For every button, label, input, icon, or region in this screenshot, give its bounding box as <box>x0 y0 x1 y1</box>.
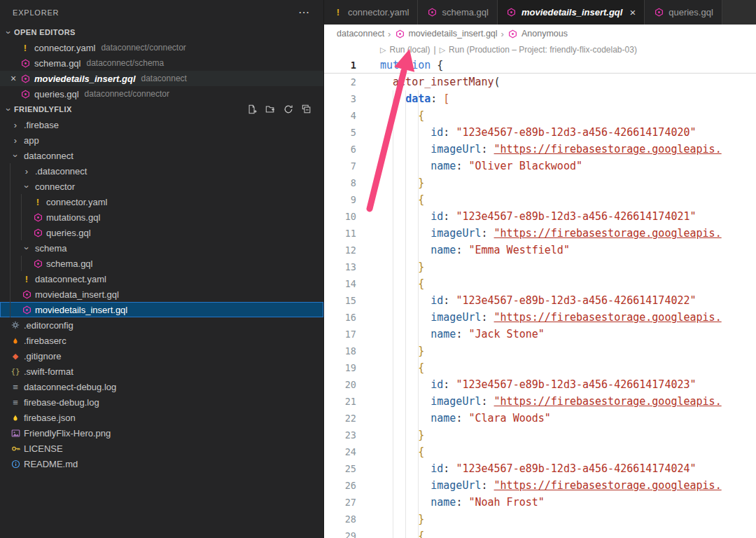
code-line[interactable]: 20 id: "123e4567-e89b-12d3-a456-42661417… <box>324 376 756 393</box>
line-number[interactable]: 27 <box>324 497 366 508</box>
line-number[interactable]: 11 <box>324 228 366 239</box>
line-number[interactable]: 16 <box>324 312 366 323</box>
project-section-header[interactable]: › FRIENDLYFLIX <box>0 102 323 117</box>
line-number[interactable]: 15 <box>324 295 366 306</box>
code-line[interactable]: 15 id: "123e4567-e89b-12d3-a456-42661417… <box>324 292 756 309</box>
code-line[interactable]: 1mutation { <box>324 57 756 74</box>
line-number[interactable]: 28 <box>324 513 366 525</box>
code-line[interactable]: 26 imageUrl: "https://firebasestorage.go… <box>324 477 756 494</box>
code-line[interactable]: 3 data: [ <box>324 90 756 107</box>
tree-item-dataconnect-debug.log[interactable]: ≡dataconnect-debug.log <box>0 379 323 394</box>
close-icon[interactable]: × <box>629 6 636 18</box>
tree-item-schema.gql[interactable]: schema.gql <box>0 256 323 271</box>
open-editor-item[interactable]: queries.gqldataconnect/connector <box>0 86 323 102</box>
tree-item-app[interactable]: ›app <box>0 132 323 148</box>
line-number[interactable]: 20 <box>324 379 366 390</box>
line-number[interactable]: 24 <box>324 446 366 457</box>
line-number[interactable]: 7 <box>324 160 366 172</box>
tree-item-LICENSE[interactable]: LICENSE <box>0 441 323 456</box>
tree-item-dataconnect[interactable]: ›dataconnect <box>0 148 323 163</box>
open-editor-item[interactable]: !connector.yamldataconnect/connector <box>0 40 323 55</box>
line-number[interactable]: 5 <box>324 127 366 138</box>
line-number[interactable]: 8 <box>324 177 366 188</box>
code-line[interactable]: 13 } <box>324 258 756 275</box>
tree-item-.dataconnect[interactable]: ›.dataconnect <box>0 163 323 179</box>
line-number[interactable]: 13 <box>324 261 366 273</box>
open-editor-item[interactable]: schema.gqldataconnect/schema <box>0 55 323 71</box>
tree-item-.editorconfig[interactable]: .editorconfig <box>0 317 323 333</box>
line-number[interactable]: 26 <box>324 480 366 491</box>
code-line[interactable]: 4 { <box>324 107 756 124</box>
tree-item-firebase-debug.log[interactable]: ≡firebase-debug.log <box>0 394 323 410</box>
line-number[interactable]: 25 <box>324 463 366 474</box>
code-line[interactable]: 18 } <box>324 343 756 359</box>
tab-queries.gql[interactable]: queries.gql <box>645 0 722 25</box>
tree-item-.firebaserc[interactable]: .firebaserc <box>0 333 323 348</box>
breadcrumb-item[interactable]: moviedetails_insert.gql <box>394 29 497 39</box>
code-line[interactable]: 22 name: "Clara Woods" <box>324 410 756 427</box>
tree-item-queries.gql[interactable]: queries.gql <box>0 225 323 240</box>
code-line[interactable]: 7 name: "Oliver Blackwood" <box>324 158 756 174</box>
code-line[interactable]: 14 { <box>324 275 756 292</box>
line-number[interactable]: 29 <box>324 530 366 538</box>
open-editors-section-header[interactable]: › OPEN EDITORS <box>0 25 323 40</box>
line-number[interactable]: 21 <box>324 396 366 407</box>
line-number[interactable]: 18 <box>324 345 366 357</box>
close-icon[interactable]: × <box>7 73 20 84</box>
line-number[interactable]: 6 <box>324 144 366 155</box>
line-number[interactable]: 4 <box>324 110 366 121</box>
tree-item-moviedetails_insert.gql[interactable]: moviedetails_insert.gql <box>0 302 323 317</box>
code-line[interactable]: 10 id: "123e4567-e89b-12d3-a456-42661417… <box>324 208 756 225</box>
code-line[interactable]: 6 imageUrl: "https://firebasestorage.goo… <box>324 141 756 158</box>
code-line[interactable]: 17 name: "Jack Stone" <box>324 326 756 343</box>
line-number[interactable]: 22 <box>324 413 366 424</box>
line-number[interactable]: 9 <box>324 194 366 205</box>
code-line[interactable]: 11 imageUrl: "https://firebasestorage.go… <box>324 225 756 242</box>
line-number[interactable]: 14 <box>324 278 366 289</box>
tree-item-.gitignore[interactable]: ◆.gitignore <box>0 348 323 364</box>
code-line[interactable]: 12 name: "Emma Westfield" <box>324 242 756 258</box>
code-line[interactable]: 28 } <box>324 511 756 527</box>
line-number[interactable]: 23 <box>324 429 366 441</box>
code-line[interactable]: 25 id: "123e4567-e89b-12d3-a456-42661417… <box>324 460 756 477</box>
code-line[interactable]: 16 imageUrl: "https://firebasestorage.go… <box>324 309 756 326</box>
line-number[interactable]: 17 <box>324 329 366 340</box>
code-line[interactable]: 29 { <box>324 527 756 538</box>
open-editor-item[interactable]: ×moviedetails_insert.gqldataconnect <box>0 71 323 86</box>
tree-item-connector.yaml[interactable]: !connector.yaml <box>0 194 323 209</box>
code-editor[interactable]: ▷ Run (local) | ▷ Run (Production – Proj… <box>324 43 756 538</box>
code-line[interactable]: 9 { <box>324 191 756 208</box>
tree-item-.swift-format[interactable]: {}.swift-format <box>0 364 323 379</box>
line-number[interactable]: 1 <box>324 60 366 71</box>
tree-item-dataconnect.yaml[interactable]: !dataconnect.yaml <box>0 271 323 287</box>
codelens-run-local[interactable]: Run (local) <box>389 45 430 55</box>
breadcrumb-item[interactable]: dataconnect <box>337 29 384 39</box>
tab-moviedetails_insert.gql[interactable]: moviedetails_insert.gql× <box>498 0 645 25</box>
breadcrumb-item[interactable]: Anonymous <box>507 29 568 39</box>
code-line[interactable]: 24 { <box>324 443 756 460</box>
code-line[interactable]: 8 } <box>324 174 756 191</box>
codelens-run-production[interactable]: Run (Production – Project: friendly-flix… <box>449 45 637 55</box>
line-number[interactable]: 19 <box>324 362 366 373</box>
code-line[interactable]: 27 name: "Noah Frost" <box>324 494 756 511</box>
code-line[interactable]: 23 } <box>324 427 756 443</box>
line-number[interactable]: 12 <box>324 244 366 256</box>
tree-item-connector[interactable]: ›connector <box>0 179 323 194</box>
tab-connector.yaml[interactable]: !connector.yaml <box>324 0 418 25</box>
code-line[interactable]: 19 { <box>324 359 756 376</box>
tab-schema.gql[interactable]: schema.gql <box>418 0 497 25</box>
line-number[interactable]: 10 <box>324 211 366 222</box>
more-actions-icon[interactable]: ⋯ <box>298 6 311 19</box>
tree-item-firebase.json[interactable]: firebase.json <box>0 410 323 425</box>
tree-item-mutations.gql[interactable]: mutations.gql <box>0 209 323 225</box>
tree-item-moviedata_insert.gql[interactable]: moviedata_insert.gql <box>0 287 323 302</box>
tree-item-README.md[interactable]: README.md <box>0 456 323 471</box>
code-line[interactable]: 21 imageUrl: "https://firebasestorage.go… <box>324 393 756 410</box>
line-number[interactable]: 3 <box>324 93 366 104</box>
tree-item-schema[interactable]: ›schema <box>0 240 323 256</box>
line-number[interactable]: 2 <box>324 76 366 88</box>
tree-item-.firebase[interactable]: ›.firebase <box>0 117 323 132</box>
tree-item-FriendlyFlix-Hero.png[interactable]: FriendlyFlix-Hero.png <box>0 425 323 441</box>
code-line[interactable]: 2 actor_insertMany( <box>324 74 756 90</box>
code-line[interactable]: 5 id: "123e4567-e89b-12d3-a456-426614174… <box>324 124 756 141</box>
